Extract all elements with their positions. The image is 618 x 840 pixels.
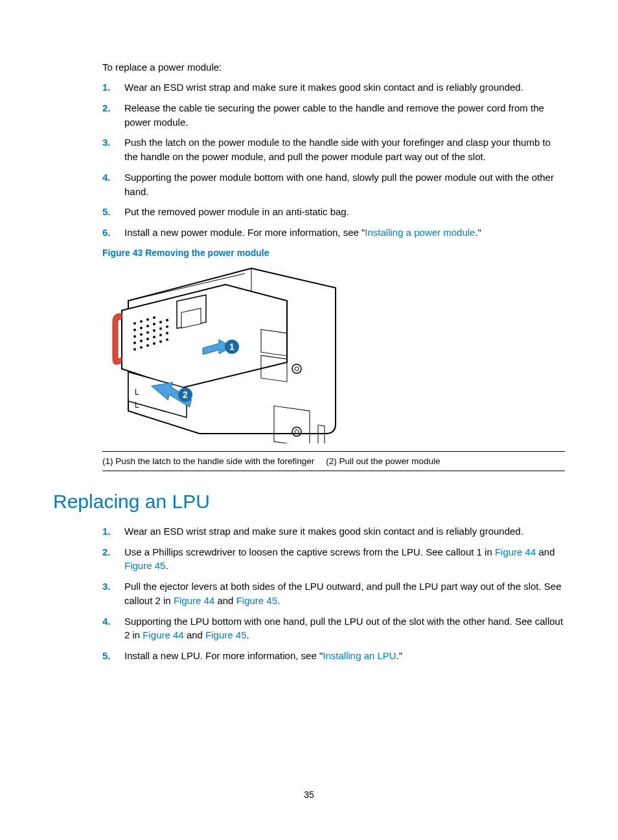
cross-reference-link[interactable]: Installing a power module (365, 227, 475, 238)
step-text: ." (396, 650, 403, 661)
cross-reference-link[interactable]: Figure 44 (495, 546, 536, 557)
step-number: 2. (102, 101, 111, 115)
svg-point-11 (140, 333, 143, 336)
steps-list-1: 1.Wear an ESD wrist strap and make sure … (102, 80, 565, 240)
svg-point-4 (146, 318, 149, 321)
svg-point-9 (153, 323, 155, 325)
step-text: Install a new power module. For more inf… (124, 227, 365, 238)
step-item: 3.Pull the ejector levers at both sides … (102, 579, 565, 608)
cross-reference-link[interactable]: Figure 45 (236, 595, 277, 606)
callout-1-text: (1) Push the latch to the handle side wi… (102, 456, 314, 466)
step-text: Push the latch on the power module to th… (124, 137, 551, 162)
step-text: Supporting the power module bottom with … (124, 172, 554, 197)
step-text: . (246, 629, 249, 640)
step-text: Use a Phillips screwdriver to loosen the… (124, 546, 495, 557)
svg-point-3 (140, 320, 143, 323)
step-number: 3. (102, 579, 111, 594)
svg-text:2: 2 (183, 390, 188, 400)
svg-point-23 (166, 319, 168, 321)
svg-point-12 (146, 331, 149, 334)
svg-point-29 (166, 338, 168, 341)
svg-point-10 (133, 335, 136, 338)
svg-text:L: L (135, 388, 139, 397)
svg-point-15 (140, 340, 143, 342)
step-item: 4.Supporting the power module bottom wit… (102, 170, 565, 199)
step-number: 1. (102, 524, 111, 539)
svg-text:L: L (135, 401, 139, 410)
step-text: Put the removed power module in an anti-… (124, 206, 349, 217)
step-number: 5. (102, 649, 111, 663)
step-item: 2.Release the cable tie securing the pow… (102, 101, 565, 130)
step-text: ." (475, 227, 481, 238)
svg-point-13 (153, 329, 155, 332)
step-text: Wear an ESD wrist strap and make sure it… (124, 82, 523, 93)
svg-point-22 (159, 321, 162, 323)
step-number: 1. (102, 80, 111, 95)
svg-point-16 (146, 338, 149, 340)
svg-point-18 (133, 348, 136, 351)
step-number: 3. (102, 135, 111, 150)
svg-point-27 (166, 332, 168, 334)
step-text: and (184, 629, 205, 640)
step-number: 4. (102, 170, 111, 185)
section-heading-replacing-lpu: Replacing an LPU (53, 491, 565, 513)
step-text: and (214, 595, 236, 606)
cross-reference-link[interactable]: Installing an LPU (323, 650, 396, 661)
svg-point-7 (140, 327, 143, 329)
step-item: 5.Put the removed power module in an ant… (102, 205, 565, 219)
step-number: 4. (102, 614, 111, 629)
figure-43-callout-table: (1) Push the latch to the handle side wi… (102, 451, 565, 471)
callout-2-text: (2) Pull out the power module (326, 456, 440, 466)
step-text: . (165, 560, 168, 571)
step-text: Install a new LPU. For more information,… (124, 650, 323, 661)
steps-list-2: 1.Wear an ESD wrist strap and make sure … (102, 524, 565, 663)
step-item: 1.Wear an ESD wrist strap and make sure … (102, 80, 565, 95)
svg-point-19 (140, 346, 143, 349)
step-item: 4.Supporting the LPU bottom with one han… (102, 614, 565, 643)
step-text: . (277, 595, 280, 606)
page-number: 35 (0, 789, 618, 800)
step-text: Wear an ESD wrist strap and make sure it… (124, 526, 523, 537)
step-text: Release the cable tie securing the power… (124, 102, 544, 128)
step-number: 5. (102, 205, 111, 219)
step-item: 3.Push the latch on the power module to … (102, 135, 565, 164)
step-item: 2.Use a Phillips screwdriver to loosen t… (102, 545, 565, 574)
svg-point-20 (146, 344, 149, 347)
intro-text: To replace a power module: (102, 62, 565, 73)
svg-point-26 (159, 334, 162, 336)
step-number: 2. (102, 545, 111, 559)
svg-point-21 (153, 342, 155, 345)
step-number: 6. (102, 226, 111, 240)
svg-point-8 (146, 325, 149, 327)
cross-reference-link[interactable]: Figure 45 (205, 629, 246, 640)
svg-point-5 (153, 316, 155, 319)
figure-43-illustration: 1 2 L L (102, 262, 342, 443)
cross-reference-link[interactable]: Figure 44 (143, 629, 183, 640)
svg-point-24 (159, 327, 162, 330)
step-item: 5.Install a new LPU. For more informatio… (102, 649, 565, 663)
svg-point-14 (133, 342, 136, 344)
figure-43-caption: Figure 43 Removing the power module (102, 248, 565, 258)
step-item: 6.Install a new power module. For more i… (102, 226, 565, 240)
step-text: and (536, 546, 555, 557)
svg-point-17 (153, 336, 155, 338)
svg-point-6 (133, 329, 136, 331)
svg-point-28 (159, 340, 162, 343)
svg-point-2 (133, 322, 136, 325)
step-item: 1.Wear an ESD wrist strap and make sure … (102, 524, 565, 539)
svg-text:1: 1 (229, 342, 235, 352)
svg-point-25 (166, 325, 168, 328)
cross-reference-link[interactable]: Figure 44 (174, 595, 214, 606)
cross-reference-link[interactable]: Figure 45 (124, 560, 165, 571)
